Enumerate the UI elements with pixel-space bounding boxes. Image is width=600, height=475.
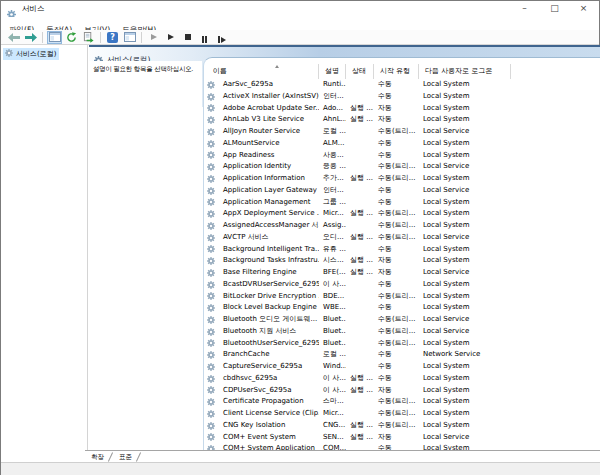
- cell-status: [346, 79, 374, 91]
- table-row[interactable]: Application Management그룹 ...수동Local Syst…: [204, 197, 589, 209]
- table-row[interactable]: CaptureService_6295aWind...수동Local Syste…: [204, 361, 589, 373]
- table-row[interactable]: AVCTP 서비스오디...실행 ...수동(트리...Local Servic…: [204, 232, 589, 244]
- minimize-button[interactable]: –: [510, 1, 539, 17]
- pane-divider[interactable]: [87, 45, 88, 450]
- export-list-icon[interactable]: [81, 31, 96, 44]
- cell-description: CNG...: [319, 420, 346, 432]
- cell-logon-as: Local System: [419, 373, 511, 385]
- table-row[interactable]: Block Level Backup Engine ...WBE...수동Loc…: [204, 302, 589, 314]
- stop-service-icon[interactable]: [180, 31, 195, 44]
- maximize-button[interactable]: □: [540, 1, 569, 17]
- refresh-icon[interactable]: [64, 31, 79, 44]
- table-row[interactable]: AhnLab V3 Lite ServiceAhnL...실행 ...자동Loc…: [204, 114, 589, 126]
- table-row[interactable]: Background Tasks Infrastru...시스...실행 ...…: [204, 255, 589, 267]
- pause-service-icon[interactable]: [197, 31, 212, 44]
- cell-startup-type: 수동: [374, 279, 419, 291]
- cell-startup-type: 수동(트리...: [374, 161, 419, 173]
- cell-description: 사용...: [319, 150, 346, 162]
- table-row[interactable]: BluetoothUserService_6295aBluet...수동(트리.…: [204, 338, 589, 350]
- cell-name: App Readiness: [219, 150, 319, 162]
- cell-logon-as: Local System: [419, 91, 511, 103]
- table-row[interactable]: Client License Service (Clip...Micr...수동…: [204, 408, 589, 420]
- cell-status: [346, 161, 374, 173]
- table-row[interactable]: Bluetooth 오디오 게이트웨...Bluet...수동(트리...Loc…: [204, 314, 589, 326]
- table-row[interactable]: AarSvc_6295aRunti...수동Local System: [204, 79, 589, 91]
- table-row[interactable]: COM+ Event SystemSEN...실행 ...자동Local Ser…: [204, 432, 589, 444]
- cell-status: 실행 ...: [346, 420, 374, 432]
- cell-description: 시스...: [319, 255, 346, 267]
- table-row[interactable]: ActiveX Installer (AxInstSV)인터...수동Local…: [204, 91, 589, 103]
- cell-startup-type: 자동: [374, 255, 419, 267]
- column-header[interactable]: 다음 사용자로 로그온: [419, 64, 511, 79]
- service-icon: [207, 161, 219, 173]
- back-icon[interactable]: [6, 31, 21, 44]
- close-button[interactable]: ×: [569, 1, 598, 17]
- column-header[interactable]: 설명: [319, 64, 346, 79]
- table-row[interactable]: Adobe Acrobat Update Ser...Ado...실행 ...자…: [204, 103, 589, 115]
- resume-service-icon[interactable]: [163, 31, 178, 44]
- service-icon: [207, 185, 219, 197]
- show-action-pane-icon[interactable]: [122, 31, 137, 44]
- table-row[interactable]: CNG Key IsolationCNG...실행 ...수동(트리...Loc…: [204, 420, 589, 432]
- cell-logon-as: Local System: [419, 408, 511, 420]
- column-header[interactable]: 상태: [346, 64, 374, 79]
- cell-status: [346, 314, 374, 326]
- service-icon: [207, 396, 219, 408]
- table-row[interactable]: BranchCache로컬 ...수동Network Service: [204, 349, 589, 361]
- table-row[interactable]: Background Intelligent Tra...유휴 ...수동Loc…: [204, 244, 589, 256]
- cell-name: BitLocker Drive Encryption ...: [219, 291, 319, 303]
- table-row[interactable]: ALMountServiceALM...수동Local System: [204, 138, 589, 150]
- cell-name: CDPUserSvc_6295a: [219, 385, 319, 397]
- sidebar-item-services-local[interactable]: 서비스(로컬): [3, 48, 59, 60]
- service-icon: [207, 197, 219, 209]
- table-row[interactable]: Application Information추가...실행 ...수동(트리.…: [204, 173, 589, 185]
- title-bar[interactable]: 서비스 – □ ×: [1, 1, 599, 17]
- cell-name: cbdhsvc_6295a: [219, 373, 319, 385]
- cell-name: CaptureService_6295a: [219, 361, 319, 373]
- table-row[interactable]: Application Identity응용 ...수동(트리...Local …: [204, 161, 589, 173]
- cell-description: Micr...: [319, 408, 346, 420]
- table-row[interactable]: cbdhsvc_6295a이 사...실행 ...수동Local System: [204, 373, 589, 385]
- forward-icon[interactable]: [23, 31, 38, 44]
- cell-description: COM...: [319, 443, 346, 450]
- table-row[interactable]: Application Layer Gateway ...인터...수동Loca…: [204, 185, 589, 197]
- cell-startup-type: 자동: [374, 267, 419, 279]
- table-row[interactable]: BitLocker Drive Encryption ...BDE...수동(트…: [204, 291, 589, 303]
- table-row[interactable]: AssignedAccessManager 서...Assig...수동(트리.…: [204, 220, 589, 232]
- cell-logon-as: Local Service: [419, 185, 511, 197]
- cell-name: AVCTP 서비스: [219, 232, 319, 244]
- cell-logon-as: Local Service: [419, 267, 511, 279]
- restart-service-icon[interactable]: [214, 31, 229, 44]
- list-header: 이름설명상태시작 유형다음 사용자로 로그온: [204, 64, 511, 79]
- table-row[interactable]: AllJoyn Router Service로컬 ...수동(트리...Loca…: [204, 126, 589, 138]
- cell-name: Client License Service (Clip...: [219, 408, 319, 420]
- table-row[interactable]: CDPUserSvc_6295a이 사...실행 ...자동Local Syst…: [204, 385, 589, 397]
- tab-standard[interactable]: 표준: [113, 453, 136, 462]
- cell-description: 그룹 ...: [319, 197, 346, 209]
- column-header[interactable]: 시작 유형: [374, 64, 419, 79]
- column-header[interactable]: 이름: [207, 64, 319, 79]
- table-row[interactable]: App Readiness사용...수동Local System: [204, 150, 589, 162]
- table-row[interactable]: AppX Deployment Service ...Micr...실행 ...…: [204, 208, 589, 220]
- table-row[interactable]: COM+ System ApplicationCOM...수동Local Sys…: [204, 443, 589, 450]
- menu-bar: 파일(F)동작(A)보기(V)도움말(H): [1, 17, 599, 30]
- service-icon: [207, 291, 219, 303]
- show-console-tree-icon[interactable]: [47, 31, 62, 44]
- cell-startup-type: 수동: [374, 361, 419, 373]
- help-icon[interactable]: ?: [105, 31, 120, 44]
- cell-logon-as: Local System: [419, 244, 511, 256]
- table-row[interactable]: Base Filtering EngineBFE(...실행 ...자동Loca…: [204, 267, 589, 279]
- cell-description: 유휴 ...: [319, 244, 346, 256]
- table-row[interactable]: Bluetooth 지원 서비스Bluet...수동(트리...Local Se…: [204, 326, 589, 338]
- service-icon: [207, 126, 219, 138]
- start-service-icon[interactable]: [146, 31, 161, 44]
- cell-name: BluetoothUserService_6295a: [219, 338, 319, 350]
- service-icon: [207, 408, 219, 420]
- service-icon: [207, 314, 219, 326]
- cell-logon-as: Local System: [419, 385, 511, 397]
- service-icon: [207, 208, 219, 220]
- service-icon: [207, 267, 219, 279]
- tab-extended[interactable]: 확장: [85, 453, 108, 462]
- table-row[interactable]: Certificate Propagation스마...수동(트리...Loca…: [204, 396, 589, 408]
- table-row[interactable]: BcastDVRUserService_6295a이 사...수동Local S…: [204, 279, 589, 291]
